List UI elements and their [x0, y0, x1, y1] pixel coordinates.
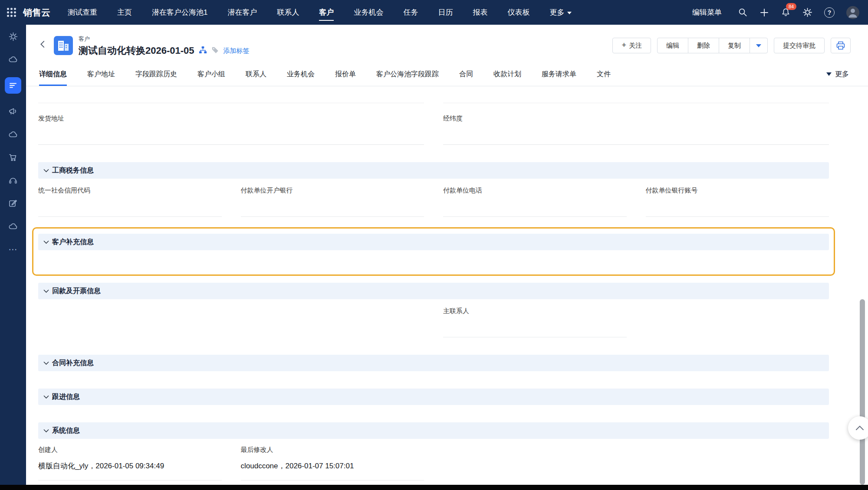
field-lat-lng: 经纬度	[443, 103, 829, 145]
top-nav: 销售云 测试查重 主页 潜在客户公海池1 潜在客户 联系人 客户 业务机会 任务…	[0, 0, 868, 25]
help-icon[interactable]: ?	[824, 7, 835, 18]
app-launcher-icon[interactable]	[7, 8, 16, 17]
sidebar-cloud-sync-icon[interactable]	[8, 54, 18, 65]
nav-item-lead-pool-1[interactable]: 潜在客户公海池1	[152, 0, 207, 25]
tab-files[interactable]: 文件	[597, 62, 611, 86]
section-payment-invoice-info[interactable]: 回款及开票信息	[38, 283, 829, 299]
section-title: 客户补充信息	[52, 238, 94, 247]
notifications-bell-icon[interactable]: 84	[781, 7, 791, 17]
page-title: 测试自动化转换2026-01-05	[79, 44, 194, 57]
section-title: 系统信息	[52, 426, 80, 435]
tab-account-team[interactable]: 客户小组	[197, 62, 225, 86]
account-building-icon	[54, 36, 73, 57]
record-action-group: 编辑 删除 复制	[657, 38, 768, 53]
nav-item-tasks[interactable]: 任务	[403, 0, 418, 25]
tab-more-menu[interactable]: 更多	[826, 70, 849, 79]
plus-icon[interactable]	[760, 8, 769, 17]
chevron-down-icon	[756, 44, 761, 47]
nav-item-contacts[interactable]: 联系人	[277, 0, 299, 25]
sidebar-active-list-icon[interactable]	[5, 77, 21, 94]
chevron-down-icon	[43, 361, 49, 365]
tab-service-requests[interactable]: 服务请求单	[542, 62, 576, 86]
user-avatar[interactable]	[846, 6, 859, 19]
section-title: 合同补充信息	[52, 359, 94, 368]
tab-account-address[interactable]: 客户地址	[87, 62, 115, 86]
vertical-scrollbar[interactable]	[860, 299, 865, 485]
field-last-modified-by: 最后修改人 cloudccone，2026-01-07 15:07:01	[241, 439, 424, 480]
field-label: 付款单位银行账号	[646, 186, 829, 195]
nav-item-home[interactable]: 主页	[117, 0, 132, 25]
section-business-tax-info[interactable]: 工商税务信息	[38, 162, 829, 179]
more-actions-dropdown[interactable]	[750, 38, 768, 53]
section-title: 跟进信息	[52, 392, 80, 402]
main-panel: 客户 测试自动化转换2026-01-05 添加标签 + 关注	[26, 25, 868, 490]
back-to-top-button[interactable]	[848, 416, 868, 440]
delete-button[interactable]: 删除	[688, 38, 719, 53]
sidebar-more-icon[interactable]: ⋯	[9, 244, 18, 255]
nav-item-accounts[interactable]: 客户	[319, 0, 334, 25]
section-account-supplement[interactable]: 客户补充信息	[38, 234, 829, 250]
record-tab-bar: 详细信息 客户地址 字段跟踪历史 客户小组 联系人 业务机会 报价单 客户公海池…	[26, 62, 868, 86]
nav-item-opportunities[interactable]: 业务机会	[354, 0, 383, 25]
field-label: 最后修改人	[241, 446, 424, 454]
sidebar-megaphone-icon[interactable]	[8, 106, 18, 117]
primary-nav: 测试查重 主页 潜在客户公海池1 潜在客户 联系人 客户 业务机会 任务 日历 …	[68, 0, 572, 25]
hierarchy-icon[interactable]	[199, 46, 207, 56]
nav-more-label: 更多	[549, 8, 564, 16]
sidebar-cart-icon[interactable]	[8, 152, 18, 163]
brand-title: 销售云	[23, 7, 50, 19]
section-follow-up-info[interactable]: 跟进信息	[38, 389, 829, 405]
gear-icon[interactable]	[802, 7, 812, 17]
field-payer-bank: 付款单位开户银行	[241, 179, 424, 217]
copy-button[interactable]: 复制	[719, 38, 750, 53]
section-contract-supplement[interactable]: 合同补充信息	[38, 355, 829, 371]
crm-app-window: 销售云 测试查重 主页 潜在客户公海池1 潜在客户 联系人 客户 业务机会 任务…	[0, 0, 868, 490]
notification-count-badge: 84	[786, 3, 796, 10]
field-primary-contact: 主联系人	[443, 299, 627, 337]
field-row-address: 发货地址 经纬度	[38, 103, 829, 145]
record-actions: + 关注 编辑 删除 复制 提交待审批	[612, 38, 851, 53]
field-payer-phone: 付款单位电话	[443, 179, 627, 217]
back-button[interactable]	[38, 39, 48, 51]
tab-opportunities[interactable]: 业务机会	[287, 62, 315, 86]
tab-payment-plans[interactable]: 收款计划	[493, 62, 521, 86]
sidebar-headset-icon[interactable]	[8, 175, 18, 186]
submit-approval-button[interactable]: 提交待审批	[774, 38, 825, 53]
sidebar-settings-icon[interactable]	[8, 32, 18, 42]
sidebar-cloud-alt-icon[interactable]	[8, 221, 18, 232]
search-icon[interactable]	[738, 7, 748, 17]
tab-contacts[interactable]: 联系人	[246, 62, 266, 86]
payment-invoice-fields: 主联系人	[38, 299, 829, 337]
edit-menu-button[interactable]: 编辑菜单	[692, 7, 722, 17]
field-label: 统一社会信用代码	[38, 186, 222, 195]
top-nav-right: 编辑菜单 84 ?	[692, 6, 859, 19]
tab-pool-field-history[interactable]: 客户公海池字段跟踪	[376, 62, 439, 86]
nav-more-menu[interactable]: 更多	[549, 0, 572, 25]
nav-item-calendar[interactable]: 日历	[438, 0, 453, 25]
add-tag-link[interactable]: 添加标签	[224, 47, 250, 55]
tab-more-label: 更多	[835, 70, 849, 79]
nav-item-leads[interactable]: 潜在客户	[227, 0, 257, 25]
edit-button[interactable]: 编辑	[657, 38, 688, 53]
tab-field-history[interactable]: 字段跟踪历史	[135, 62, 177, 86]
section-system-info[interactable]: 系统信息	[38, 422, 829, 439]
field-label: 创建人	[38, 446, 222, 454]
chevron-down-icon	[43, 240, 49, 244]
bottom-edge-bar	[0, 485, 868, 490]
print-button[interactable]	[831, 38, 851, 53]
sidebar-cloud-icon[interactable]	[8, 129, 18, 140]
tab-quotes[interactable]: 报价单	[335, 62, 356, 86]
left-sidebar: ⋯	[0, 25, 26, 490]
section-title: 工商税务信息	[52, 166, 94, 175]
nav-item-dashboards[interactable]: 仪表板	[507, 0, 529, 25]
follow-button[interactable]: + 关注	[612, 38, 651, 53]
nav-item-test-dedupe[interactable]: 测试查重	[68, 0, 97, 25]
sidebar-compose-icon[interactable]	[8, 198, 18, 209]
field-value: 横版自动化_yly，2026-01-05 09:34:49	[38, 461, 222, 471]
tab-contracts[interactable]: 合同	[459, 62, 473, 86]
chevron-down-icon	[43, 429, 49, 433]
field-label: 付款单位电话	[443, 186, 627, 195]
tab-detail-info[interactable]: 详细信息	[39, 62, 67, 86]
highlight-box: 客户补充信息	[32, 227, 835, 276]
nav-item-reports[interactable]: 报表	[473, 0, 487, 25]
